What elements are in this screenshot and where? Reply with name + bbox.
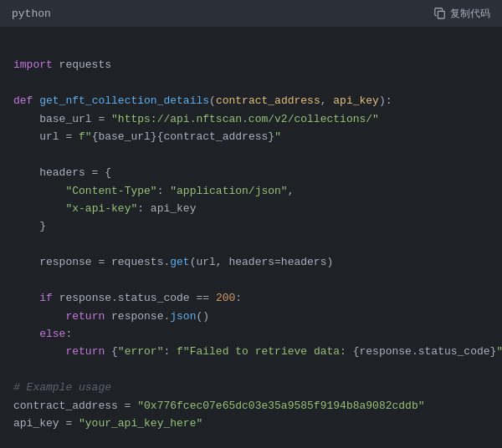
code-line: base_url = "https://api.nftscan.com/v2/c… bbox=[13, 110, 489, 128]
code-line: # Example usage bbox=[13, 379, 489, 396]
svg-rect-0 bbox=[438, 11, 444, 18]
code-line bbox=[13, 146, 489, 164]
copy-button[interactable]: 复制代码 bbox=[434, 7, 490, 21]
code-window: python 复制代码 import requests def get_nft_… bbox=[0, 0, 502, 448]
code-line: import requests bbox=[13, 56, 489, 74]
code-line: url = f"{base_url}{contract_address}" bbox=[13, 128, 489, 145]
code-line: contract_address = "0x776fcec07e65dc03e3… bbox=[13, 397, 489, 415]
code-line: def get_nft_collection_details(contract_… bbox=[13, 92, 489, 109]
toolbar: python 复制代码 bbox=[0, 0, 502, 27]
copy-icon bbox=[434, 8, 446, 19]
language-label: python bbox=[12, 8, 51, 20]
code-line: headers = { bbox=[13, 164, 489, 181]
copy-label: 复制代码 bbox=[450, 7, 490, 21]
code-line: else: bbox=[13, 325, 489, 343]
code-line: "x-api-key": api_key bbox=[13, 200, 489, 217]
code-line: return {"error": f"Failed to retrieve da… bbox=[13, 343, 489, 360]
code-line: return response.json() bbox=[13, 308, 489, 325]
code-line bbox=[13, 38, 489, 56]
code-line: api_key = "your_api_key_here" bbox=[13, 415, 489, 432]
code-line: "Content-Type": "application/json", bbox=[13, 182, 489, 200]
code-line bbox=[13, 74, 489, 92]
code-line bbox=[13, 236, 489, 253]
code-line: response = requests.get(url, headers=hea… bbox=[13, 253, 489, 271]
code-line bbox=[13, 361, 489, 379]
code-body: import requests def get_nft_collection_d… bbox=[0, 27, 502, 448]
code-line: } bbox=[13, 217, 489, 235]
code-line: if response.status_code == 200: bbox=[13, 289, 489, 307]
code-line bbox=[13, 433, 489, 448]
code-line bbox=[13, 272, 489, 289]
